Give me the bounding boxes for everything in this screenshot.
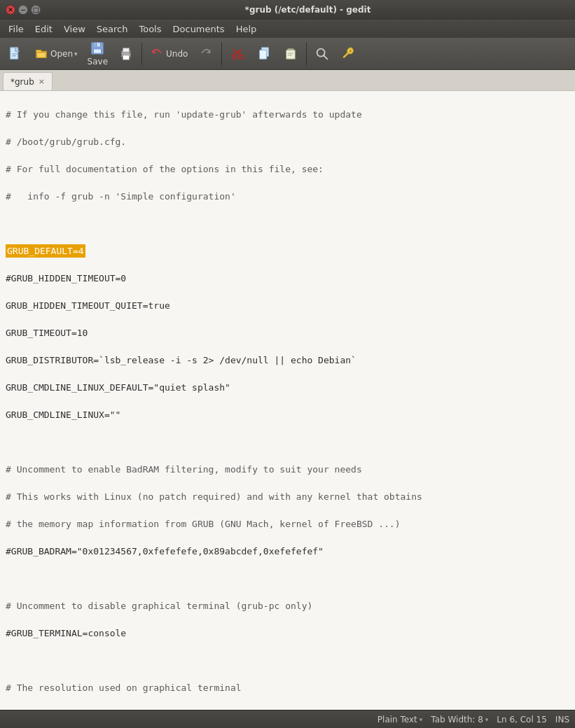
- menu-bar: File Edit View Search Tools Documents He…: [0, 20, 575, 38]
- menu-help[interactable]: Help: [230, 22, 263, 36]
- find-button[interactable]: [310, 41, 335, 67]
- print-icon: [118, 46, 134, 62]
- svg-rect-18: [286, 50, 296, 59]
- open-button[interactable]: Open ▾: [29, 41, 82, 67]
- undo-label: Undo: [166, 49, 188, 59]
- line-16: # the memory map information from GRUB (…: [6, 517, 569, 531]
- cursor-position: Ln 6, Col 15: [497, 715, 547, 724]
- line-3: # For full documentation of the options …: [6, 162, 569, 176]
- editor-content: # If you change this file, run 'update-g…: [0, 94, 575, 710]
- line-2: # /boot/grub/grub.cfg.: [6, 135, 569, 149]
- svg-rect-16: [260, 50, 267, 59]
- line-10: GRUB_DISTRIBUTOR=`lsb_release -i -s 2> /…: [6, 354, 569, 368]
- editor-area[interactable]: # If you change this file, run 'update-g…: [0, 91, 575, 710]
- line-18: [6, 572, 569, 586]
- line-21: [6, 654, 569, 668]
- status-bar: Plain Text ▾ Tab Width: 8 ▾ Ln 6, Col 15…: [0, 710, 575, 728]
- save-icon: [90, 41, 105, 56]
- menu-file[interactable]: File: [3, 22, 29, 36]
- new-icon: [8, 46, 23, 62]
- tab-bar: *grub ×: [0, 70, 575, 91]
- line-6: GRUB_DEFAULT=4: [6, 244, 569, 258]
- menu-tools[interactable]: Tools: [133, 22, 167, 36]
- line-17: #GRUB_BADRAM="0x01234567,0xfefefefe,0x89…: [6, 545, 569, 559]
- menu-view[interactable]: View: [58, 22, 91, 36]
- tools-button[interactable]: [336, 41, 361, 67]
- open-dropdown-arrow[interactable]: ▾: [74, 50, 78, 57]
- svg-rect-9: [123, 55, 129, 59]
- line-8: GRUB_HIDDEN_TIMEOUT_QUIET=true: [6, 299, 569, 313]
- minimize-button[interactable]: −: [18, 5, 28, 15]
- line-22: # The resolution used on graphical termi…: [6, 681, 569, 695]
- line-14: # Uncomment to enable BadRAM filtering, …: [6, 463, 569, 477]
- redo-button[interactable]: [193, 41, 219, 67]
- position-label: Ln 6, Col 15: [497, 715, 547, 724]
- line-13: [6, 435, 569, 449]
- search-icon: [314, 46, 330, 62]
- save-button[interactable]: Save: [83, 41, 112, 67]
- tab-width-selector[interactable]: Tab Width: 8 ▾: [431, 715, 488, 724]
- tab-grub[interactable]: *grub ×: [3, 72, 53, 90]
- window-controls[interactable]: ✕ − □: [6, 5, 41, 15]
- print-button[interactable]: [113, 41, 139, 67]
- menu-edit[interactable]: Edit: [29, 22, 58, 36]
- language-dropdown-arrow[interactable]: ▾: [420, 716, 423, 723]
- separator-2: [221, 43, 222, 65]
- save-label: Save: [88, 57, 108, 66]
- line-7: #GRUB_HIDDEN_TIMEOUT=0: [6, 272, 569, 286]
- open-label: Open: [50, 49, 73, 59]
- redo-icon: [198, 46, 214, 62]
- svg-point-11: [233, 55, 237, 59]
- line-9: GRUB_TIMEOUT=10: [6, 326, 569, 340]
- line-15: # This works with Linux (no patch requir…: [6, 490, 569, 504]
- close-button[interactable]: ✕: [6, 5, 15, 15]
- open-icon: [34, 46, 49, 62]
- tab-width-dropdown-arrow[interactable]: ▾: [485, 716, 489, 723]
- mode-label: INS: [555, 715, 569, 724]
- tab-label: *grub: [11, 77, 34, 87]
- language-selector[interactable]: Plain Text ▾: [377, 715, 422, 724]
- separator-1: [141, 43, 142, 65]
- separator-3: [306, 43, 307, 65]
- menu-documents[interactable]: Documents: [167, 22, 230, 36]
- copy-button[interactable]: [251, 41, 277, 67]
- paste-button[interactable]: [278, 41, 303, 67]
- new-button[interactable]: [3, 41, 28, 67]
- line-20: #GRUB_TERMINAL=console: [6, 626, 569, 640]
- cut-button[interactable]: [225, 41, 250, 67]
- wrench-icon: [341, 46, 356, 62]
- line-19: # Uncomment to disable graphical termina…: [6, 599, 569, 613]
- toolbar: Open ▾ Save: [0, 38, 575, 70]
- copy-icon: [256, 46, 272, 62]
- svg-rect-5: [94, 49, 102, 53]
- undo-icon: [149, 46, 165, 62]
- line-5: [6, 217, 569, 231]
- paste-icon: [283, 46, 298, 62]
- window-title: *grub (/etc/default) - gedit: [46, 5, 569, 15]
- app-window: ✕ − □ *grub (/etc/default) - gedit File …: [0, 0, 575, 728]
- language-label: Plain Text: [377, 715, 417, 724]
- line-11: GRUB_CMDLINE_LINUX_DEFAULT="quiet splash…: [6, 381, 569, 395]
- editor-wrapper: # If you change this file, run 'update-g…: [0, 91, 575, 710]
- title-bar: ✕ − □ *grub (/etc/default) - gedit: [0, 0, 575, 20]
- line-4: # info -f grub -n 'Simple configuration': [6, 190, 569, 204]
- svg-rect-6: [96, 43, 97, 47]
- maximize-button[interactable]: □: [31, 5, 41, 15]
- cut-icon: [230, 46, 245, 62]
- svg-rect-10: [130, 52, 131, 52]
- tab-close-button[interactable]: ×: [39, 77, 45, 86]
- svg-line-22: [324, 55, 328, 59]
- insert-mode: INS: [555, 715, 569, 724]
- line-1: # If you change this file, run 'update-g…: [6, 108, 569, 122]
- undo-button[interactable]: Undo: [145, 41, 192, 67]
- highlighted-text: GRUB_DEFAULT=4: [6, 244, 85, 258]
- svg-point-23: [349, 50, 352, 52]
- menu-search[interactable]: Search: [91, 22, 134, 36]
- svg-point-12: [239, 55, 243, 59]
- line-12: GRUB_CMDLINE_LINUX="": [6, 408, 569, 422]
- svg-rect-4: [95, 43, 101, 47]
- svg-rect-8: [123, 48, 129, 52]
- tab-width-label: Tab Width: 8: [431, 715, 483, 724]
